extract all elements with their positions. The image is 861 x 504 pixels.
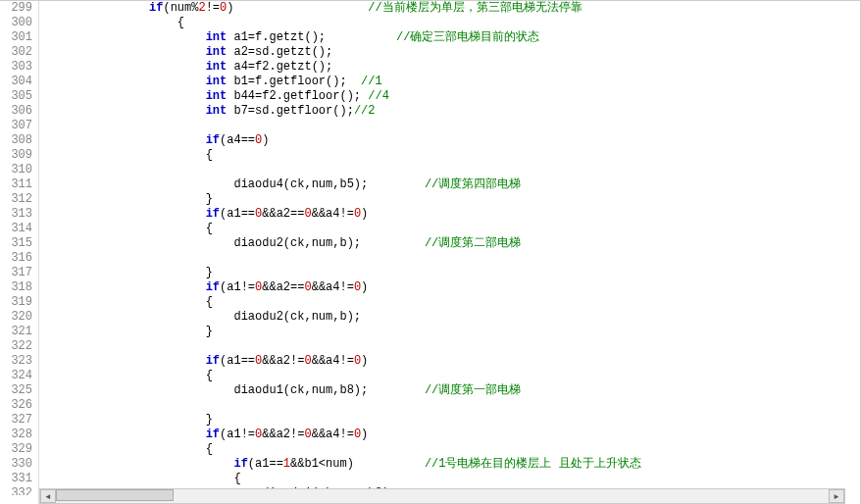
token-id: ) <box>361 428 368 441</box>
token-id: &&a2!= <box>262 354 304 368</box>
code-editor[interactable]: 2993003013023033043053063073083093103113… <box>0 0 861 504</box>
scroll-right-arrow[interactable]: ► <box>829 489 844 503</box>
code-line[interactable]: { <box>43 148 860 163</box>
code-area[interactable]: if(num%2!=0) //当前楼层为单层，第三部电梯无法停靠 { int a… <box>39 1 860 504</box>
line-number: 307 <box>0 119 32 133</box>
token-num: 0 <box>304 280 311 294</box>
code-line[interactable]: if(a1==0&&a2!=0&&a4!=0) <box>43 354 860 369</box>
line-number: 322 <box>0 339 32 354</box>
comment: //确定三部电梯目前的状态 <box>396 30 539 44</box>
line-number: 323 <box>0 354 32 369</box>
comment: //调度第四部电梯 <box>425 177 521 191</box>
code-line[interactable]: { <box>43 16 860 30</box>
line-number: 305 <box>0 89 32 104</box>
code-line[interactable]: if(a1!=0&&a2!=0&&a4!=0) <box>43 428 860 442</box>
code-line[interactable] <box>43 251 860 266</box>
token-id: { <box>206 295 213 309</box>
code-line[interactable]: int b7=sd.getfloor();//2 <box>43 104 860 119</box>
token-cmt: //2 <box>354 104 376 118</box>
code-line[interactable]: diaodu2(ck,num,b); //调度第二部电梯 <box>43 236 860 251</box>
token-id: ) <box>361 280 368 294</box>
line-number: 329 <box>0 442 32 457</box>
token-id: &&a4!= <box>312 354 354 368</box>
line-number: 303 <box>0 60 32 75</box>
scroll-track[interactable] <box>56 489 829 503</box>
token-id: a4=f2.getzt(); <box>227 60 332 74</box>
token-type: int <box>206 45 228 59</box>
line-number: 302 <box>0 45 32 60</box>
token-id: &&a4!= <box>312 207 354 221</box>
line-number: 311 <box>0 177 32 192</box>
line-number: 328 <box>0 428 32 442</box>
token-id: { <box>206 442 213 456</box>
code-line[interactable]: } <box>43 413 860 428</box>
line-number: 324 <box>0 369 32 383</box>
code-line[interactable]: int b1=f.getfloor(); //1 <box>43 75 860 89</box>
code-line[interactable] <box>43 163 860 177</box>
code-line[interactable]: } <box>43 266 860 280</box>
token-type: int <box>206 75 228 88</box>
token-id: (a1== <box>248 457 283 471</box>
token-kw: if <box>233 457 247 471</box>
code-line[interactable]: { <box>43 442 860 457</box>
token-id: { <box>177 16 184 29</box>
code-line[interactable] <box>43 339 860 354</box>
token-id: (a1!= <box>220 428 255 441</box>
horizontal-scrollbar[interactable]: ◄ ► <box>39 488 845 504</box>
line-number: 308 <box>0 133 32 148</box>
code-line[interactable]: if(a1!=0&&a2==0&&a4!=0) <box>43 280 860 295</box>
comment: //调度第二部电梯 <box>425 236 521 250</box>
token-id: { <box>206 222 213 235</box>
line-number: 317 <box>0 266 32 280</box>
token-id: } <box>206 266 213 279</box>
token-cmt: //4 <box>368 89 389 103</box>
code-line[interactable]: if(a1==0&&a2==0&&a4!=0) <box>43 207 860 222</box>
token-id: &&b1<num) <box>290 457 354 471</box>
token-id: a1=f.getzt(); <box>227 30 326 44</box>
code-line[interactable] <box>43 119 860 133</box>
token-id: &&a4!= <box>312 280 354 294</box>
line-number: 331 <box>0 472 32 486</box>
token-id: != <box>206 1 220 15</box>
token-num: 0 <box>304 207 311 221</box>
line-number: 326 <box>0 398 32 413</box>
code-line[interactable]: int b44=f2.getfloor(); //4 <box>43 89 860 104</box>
token-cmt: //1 <box>361 75 382 88</box>
code-line[interactable]: if(num%2!=0) //当前楼层为单层，第三部电梯无法停靠 <box>43 1 860 16</box>
code-line[interactable]: } <box>43 192 860 207</box>
line-number: 318 <box>0 280 32 295</box>
code-line[interactable]: if(a1==1&&b1<num) //1号电梯在目的楼层上 且处于上升状态 <box>43 457 860 472</box>
scroll-thumb[interactable] <box>56 489 174 501</box>
code-line[interactable] <box>43 398 860 413</box>
line-number: 321 <box>0 325 32 339</box>
token-id: (a1== <box>220 207 255 221</box>
code-line[interactable]: diaodu4(ck,num,b5); //调度第四部电梯 <box>43 177 860 192</box>
code-line[interactable]: } <box>43 325 860 339</box>
token-kw: if <box>206 207 220 221</box>
line-number: 320 <box>0 310 32 325</box>
code-line[interactable]: diaodu2(ck,num,b); <box>43 310 860 325</box>
code-line[interactable]: int a2=sd.getzt(); <box>43 45 860 60</box>
token-type: int <box>206 104 228 118</box>
token-id: ) <box>361 354 368 368</box>
code-line[interactable]: { <box>43 472 860 486</box>
token-id: &&a2== <box>262 207 304 221</box>
token-id: { <box>206 369 213 382</box>
token-num: 0 <box>304 354 311 368</box>
code-line[interactable]: { <box>43 295 860 310</box>
token-id: (num% <box>163 1 198 15</box>
line-number: 313 <box>0 207 32 222</box>
code-line[interactable]: if(a4==0) <box>43 133 860 148</box>
line-number: 316 <box>0 251 32 266</box>
code-line[interactable]: int a1=f.getzt(); //确定三部电梯目前的状态 <box>43 30 860 45</box>
line-number: 325 <box>0 383 32 398</box>
line-number-gutter: 2993003013023033043053063073083093103113… <box>0 1 39 504</box>
line-number: 309 <box>0 148 32 163</box>
code-line[interactable]: int a4=f2.getzt(); <box>43 60 860 75</box>
code-line[interactable]: { <box>43 369 860 383</box>
token-id: } <box>206 192 213 206</box>
scroll-left-arrow[interactable]: ◄ <box>40 489 56 503</box>
code-line[interactable]: diaodu1(ck,num,b8); //调度第一部电梯 <box>43 383 860 398</box>
code-line[interactable]: { <box>43 222 860 236</box>
token-id: ) <box>227 1 233 15</box>
